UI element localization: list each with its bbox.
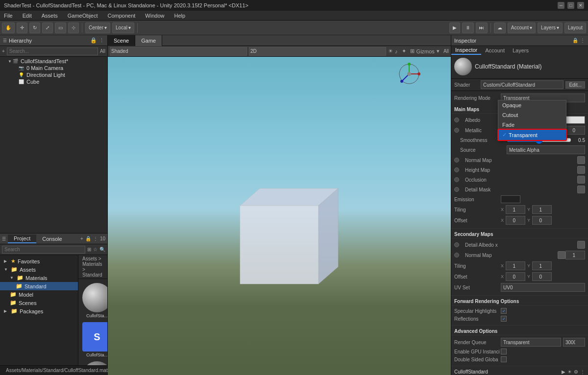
- detail-albedo-slot[interactable]: [577, 241, 585, 249]
- play-button[interactable]: ▶: [449, 23, 460, 33]
- height-map-circle[interactable]: [454, 167, 459, 172]
- asset-item-transparent[interactable]: Transpare...: [82, 361, 107, 365]
- asset-item-cullofsta2[interactable]: S CullofSta...: [82, 322, 107, 357]
- tab-console[interactable]: Console: [36, 235, 68, 243]
- occlusion-circle[interactable]: [454, 177, 459, 182]
- emission-color[interactable]: [501, 195, 520, 203]
- gpu-instance-checkbox[interactable]: [501, 349, 507, 354]
- render-mode-dropdown[interactable]: 2D: [249, 47, 386, 56]
- offset-x[interactable]: [506, 216, 525, 225]
- detail-mask-slot[interactable]: [577, 186, 585, 193]
- sidebar-assets[interactable]: ▼ 📁 Assets: [0, 265, 78, 274]
- project-search-icon[interactable]: 🔍: [99, 247, 105, 252]
- specular-checkbox[interactable]: [501, 308, 507, 314]
- menu-gameobject[interactable]: GameObject: [66, 12, 100, 19]
- layout-button[interactable]: Layout: [564, 23, 586, 33]
- sidebar-model[interactable]: 📁 Model: [0, 290, 78, 299]
- project-search-input[interactable]: [2, 246, 85, 254]
- pause-button[interactable]: ⏸: [462, 23, 474, 33]
- tab-project[interactable]: Project: [8, 234, 36, 243]
- close-button[interactable]: ✕: [577, 2, 584, 9]
- fx-icon[interactable]: ✦: [402, 48, 406, 54]
- preview-icon2[interactable]: ☀: [567, 369, 572, 375]
- tiling-y[interactable]: [532, 205, 552, 214]
- maximize-button[interactable]: □: [567, 2, 574, 9]
- tool-rect[interactable]: ▭: [55, 23, 66, 33]
- layers-button[interactable]: Layers ▾: [538, 23, 563, 33]
- option-fade[interactable]: Fade: [498, 120, 566, 130]
- sidebar-materials[interactable]: ▼ 📁 Materials: [0, 274, 78, 282]
- offset-y[interactable]: [532, 216, 552, 225]
- tool-rotate[interactable]: ↻: [29, 23, 40, 33]
- tree-scene-root[interactable]: ▼ 🎬 CullofStandardTest*: [0, 58, 107, 65]
- tool-transform[interactable]: ⊹: [68, 23, 79, 33]
- metallic-circle[interactable]: [454, 128, 459, 133]
- albedo-color[interactable]: [565, 116, 585, 124]
- offset2-x[interactable]: [506, 272, 525, 281]
- height-map-slot[interactable]: [577, 166, 585, 174]
- menu-component[interactable]: Component: [105, 12, 137, 19]
- option-transparent[interactable]: ✓ Transparent: [498, 130, 566, 140]
- shader-edit-button[interactable]: Edit...: [565, 81, 585, 89]
- hierarchy-lock-icon[interactable]: 🔒: [90, 37, 97, 44]
- lighting-icon[interactable]: ☀: [388, 48, 393, 54]
- tree-directional-light[interactable]: 💡 Directional Light: [0, 71, 107, 78]
- project-lock-icon[interactable]: 🔒: [85, 236, 91, 241]
- rendering-mode-popup[interactable]: Opaque Cutout Fade ✓ Transparent: [498, 100, 566, 141]
- local-button[interactable]: Local ▾: [112, 23, 134, 33]
- sidebar-scenes[interactable]: 📁 Scenes: [0, 299, 78, 307]
- double-sided-checkbox[interactable]: [501, 356, 507, 362]
- preview-more-icon[interactable]: ⋮: [580, 369, 585, 375]
- tab-scene[interactable]: Scene: [108, 35, 135, 46]
- project-more-icon[interactable]: ⋮: [93, 236, 98, 241]
- tab-account[interactable]: Account: [481, 47, 509, 54]
- render-queue-value[interactable]: [563, 338, 585, 347]
- offset2-y[interactable]: [532, 272, 552, 281]
- audio-icon[interactable]: ♪: [395, 48, 398, 54]
- sidebar-packages[interactable]: ▶ 📁 Packages: [0, 307, 78, 315]
- inspector-more-icon[interactable]: ⋮: [580, 38, 585, 43]
- hierarchy-search-input[interactable]: [7, 47, 98, 55]
- tree-main-camera[interactable]: 📷 0 Main Camera: [0, 65, 107, 71]
- reflections-checkbox[interactable]: [501, 316, 507, 322]
- menu-window[interactable]: Window: [143, 12, 166, 19]
- tree-cube[interactable]: ⬜ Cube: [0, 78, 107, 85]
- preview-icon3[interactable]: ⚙: [574, 369, 578, 375]
- render-queue-dropdown[interactable]: Transparent: [501, 338, 561, 347]
- normal-map2-value[interactable]: [565, 251, 585, 259]
- normal-map2-circle[interactable]: [454, 253, 459, 258]
- hierarchy-more-icon[interactable]: ⋮: [99, 37, 104, 44]
- tool-hand[interactable]: ✋: [2, 23, 15, 33]
- tool-scale[interactable]: ⤢: [42, 23, 53, 33]
- tab-inspector[interactable]: Inspector: [451, 46, 481, 55]
- normal-map-circle[interactable]: [454, 158, 459, 163]
- tab-game[interactable]: Game: [135, 35, 162, 46]
- hierarchy-add-icon[interactable]: +: [2, 48, 5, 54]
- shading-dropdown[interactable]: Shaded: [110, 47, 247, 56]
- asset-item-cullofsta1[interactable]: CullofSta...: [82, 283, 107, 318]
- account-button[interactable]: Account ▾: [508, 23, 536, 33]
- menu-assets[interactable]: Assets: [40, 12, 60, 19]
- normal-map2-slot[interactable]: [558, 251, 565, 259]
- project-filter-icon[interactable]: ☆: [93, 247, 98, 252]
- scene-view-icon[interactable]: ⊞: [410, 48, 415, 54]
- sidebar-favorites[interactable]: ▶ ★ Favorites: [0, 257, 78, 265]
- tiling-x[interactable]: [506, 205, 525, 214]
- tool-move[interactable]: ✛: [17, 23, 27, 33]
- sidebar-standard[interactable]: 📁 Standard: [0, 282, 78, 290]
- menu-file[interactable]: File: [2, 12, 15, 19]
- option-opaque[interactable]: Opaque: [498, 100, 566, 110]
- metallic-value[interactable]: [565, 126, 585, 135]
- source-dropdown[interactable]: Metallic Alpha: [507, 145, 585, 154]
- step-button[interactable]: ⏭: [476, 23, 488, 33]
- project-view-icon[interactable]: ⊞: [87, 247, 91, 252]
- collab-button[interactable]: ☁: [494, 23, 506, 33]
- preview-play-icon[interactable]: ▶: [562, 369, 565, 375]
- albedo-circle[interactable]: [454, 117, 459, 122]
- tab-layers[interactable]: Layers: [509, 47, 533, 54]
- occlusion-slot[interactable]: [577, 176, 585, 184]
- project-add-btn[interactable]: +: [80, 236, 83, 241]
- center-button[interactable]: Center ▾: [85, 23, 110, 33]
- detail-mask-circle[interactable]: [454, 187, 459, 192]
- minimize-button[interactable]: ─: [558, 2, 564, 9]
